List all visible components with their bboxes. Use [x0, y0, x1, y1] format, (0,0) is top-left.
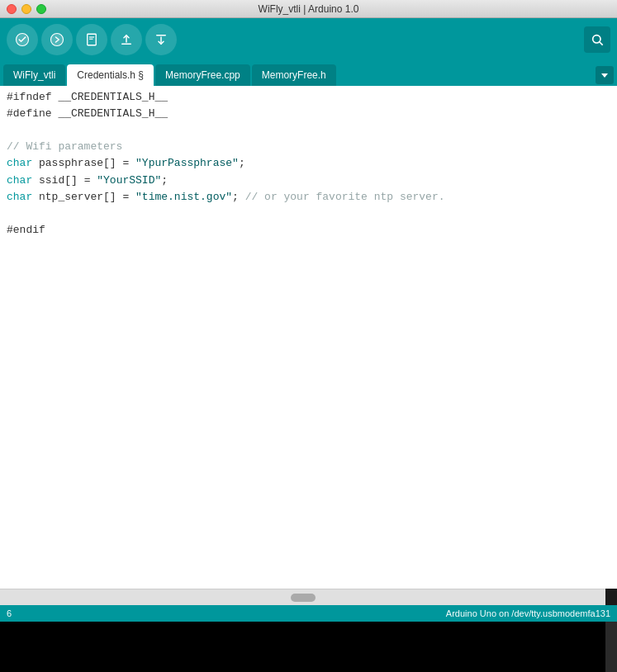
code-line-2: #define __CREDENTIALS_H__	[7, 106, 610, 122]
tab-memoryfree-cpp[interactable]: MemoryFree.cpp	[155, 64, 250, 86]
code-line-4: // Wifi parameters	[7, 139, 610, 155]
code-line-1: #ifndef __CREDENTIALS_H__	[7, 89, 610, 106]
tab-dropdown-button[interactable]	[596, 66, 614, 84]
svg-rect-2	[88, 34, 97, 45]
close-button[interactable]	[7, 4, 17, 14]
code-line-3	[7, 122, 610, 139]
window-controls	[7, 4, 46, 14]
open-button[interactable]	[111, 24, 142, 55]
maximize-button[interactable]	[36, 4, 46, 14]
svg-line-8	[600, 42, 603, 45]
verify-icon	[15, 32, 30, 47]
board-info: Arduino Uno on /dev/tty.usbmodemfa131	[446, 608, 610, 618]
tabs-bar: WiFly_vtli Credentials.h § MemoryFree.cp…	[0, 61, 617, 86]
code-line-5: char passphrase[] = "YpurPassphrase";	[7, 155, 610, 172]
minimize-button[interactable]	[21, 4, 31, 14]
upload-button[interactable]	[41, 24, 73, 55]
console-area	[0, 622, 617, 672]
new-icon	[84, 32, 99, 47]
code-line-6: char ssid[] = "YourSSID";	[7, 173, 610, 189]
status-bar: 6 Arduino Uno on /dev/tty.usbmodemfa131	[0, 605, 617, 622]
open-icon	[119, 32, 134, 47]
code-line-7: char ntp_server[] = "time.nist.gov"; // …	[7, 189, 610, 206]
search-button[interactable]	[584, 26, 610, 53]
save-button[interactable]	[145, 24, 177, 55]
search-icon	[591, 33, 604, 46]
new-button[interactable]	[76, 24, 107, 55]
svg-point-7	[593, 35, 600, 43]
tab-credentials[interactable]: Credentials.h §	[67, 64, 154, 86]
tab-wifly-vtli[interactable]: WiFly_vtli	[3, 64, 65, 86]
line-number: 6	[7, 608, 12, 618]
tab-memoryfree-h[interactable]: MemoryFree.h	[252, 64, 336, 86]
svg-marker-9	[601, 73, 608, 78]
console-scrollbar[interactable]	[605, 622, 617, 672]
window-title: WiFly_vtli | Arduino 1.0	[259, 3, 359, 15]
toolbar	[0, 18, 617, 61]
upload-icon	[50, 32, 64, 47]
code-line-8	[7, 206, 610, 222]
code-line-9: #endif	[7, 222, 610, 239]
verify-button[interactable]	[7, 24, 38, 55]
chevron-down-icon	[600, 71, 609, 79]
save-icon	[154, 32, 168, 47]
title-bar: WiFly_vtli | Arduino 1.0	[0, 0, 617, 18]
scroll-thumb	[291, 594, 316, 602]
horizontal-scrollbar[interactable]	[0, 589, 605, 605]
code-editor[interactable]: #ifndef __CREDENTIALS_H__ #define __CRED…	[0, 86, 617, 589]
svg-point-1	[51, 34, 64, 46]
